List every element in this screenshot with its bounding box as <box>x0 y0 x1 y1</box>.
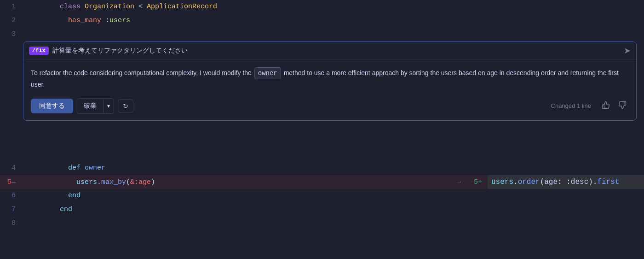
discard-button[interactable]: 破棄 <box>77 99 103 113</box>
fix-badge: /fix <box>29 47 49 55</box>
description-before: To refactor the code considering computa… <box>31 69 253 77</box>
inline-widget: /fix ➤ To refactor the code considering … <box>23 41 637 121</box>
editor-container: 1 class Organization < ApplicationRecord… <box>0 0 644 259</box>
line-number-6: 6 <box>0 189 23 203</box>
owner-badge: owner <box>254 67 281 79</box>
thumbs-down-button[interactable] <box>616 100 629 112</box>
line-number-3: 3 <box>0 28 23 41</box>
changed-label: Changed 1 line <box>551 102 591 109</box>
line-number-8: 8 <box>0 217 23 230</box>
keyword-has-many: has_many <box>68 17 101 24</box>
widget-description: To refactor the code considering computa… <box>23 60 636 94</box>
send-button[interactable]: ➤ <box>624 46 631 56</box>
discard-chevron-button[interactable]: ▾ <box>103 100 114 112</box>
code-line-2: 2 has_many :users <box>0 14 644 28</box>
command-input[interactable] <box>52 47 620 54</box>
widget-input-row: /fix ➤ <box>23 42 636 60</box>
agree-button[interactable]: 同意する <box>31 99 73 113</box>
line-content-7: end <box>23 189 644 230</box>
line-number-7: 7 <box>0 203 23 217</box>
keyword-end-7: end <box>60 206 72 213</box>
line-number-2: 2 <box>0 14 23 28</box>
indent <box>60 17 68 24</box>
line-content-2: has_many :users <box>23 0 644 41</box>
discard-group: 破棄 ▾ <box>77 98 114 114</box>
widget-actions: 同意する 破棄 ▾ ↻ Changed 1 line <box>23 94 636 120</box>
code-area: 1 class Organization < ApplicationRecord… <box>0 0 644 259</box>
thumbs-up-button[interactable] <box>599 100 612 112</box>
refresh-button[interactable]: ↻ <box>118 99 133 113</box>
line-number-5: 5— <box>0 178 23 186</box>
line-number-1: 1 <box>0 0 23 14</box>
symbol-users: :users <box>101 17 130 24</box>
code-line-7: 7 end <box>0 203 644 217</box>
line-number-4: 4 <box>0 161 23 175</box>
